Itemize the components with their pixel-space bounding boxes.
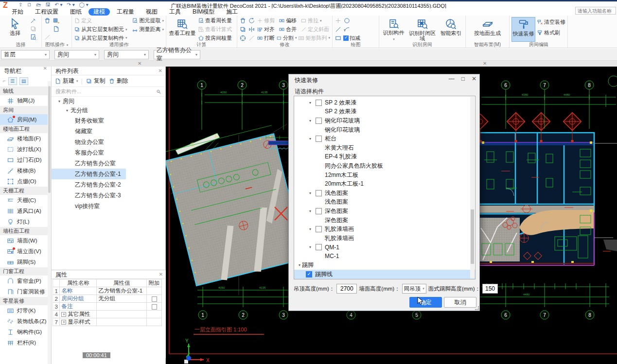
nav-item-room[interactable]: 房间(M) (0, 114, 51, 125)
ok-button[interactable]: 确定 (409, 297, 442, 308)
copy-components-from-layer-button[interactable]: 从其它层复制构件▾ (74, 35, 127, 42)
pushpull-button[interactable]: 推拉▾ (300, 17, 322, 24)
tree-child[interactable]: 乳胶漆墙画 (294, 234, 475, 243)
rotate-icon[interactable] (248, 17, 255, 24)
tree-checkbox-checked[interactable] (306, 271, 312, 277)
tree-checkbox[interactable] (316, 226, 322, 232)
point-icon[interactable] (335, 17, 342, 24)
component-item[interactable]: 乙方销售办公室-2 (52, 179, 165, 190)
line-tool-icon[interactable] (44, 34, 51, 41)
nav-item-accent[interactable]: 点缀(O) (0, 176, 51, 187)
recognize-component-button[interactable]: 识别构件▾ (381, 17, 406, 42)
new-component-button[interactable]: 新建▾ (54, 77, 78, 85)
nav-scrollbar[interactable] (48, 81, 51, 364)
tree-node-ungrouped[interactable]: ▾无分组 (52, 106, 165, 115)
minimize-icon[interactable]: — (449, 75, 455, 82)
nav-item-curtain-box[interactable]: 窗帘盒(P) (0, 276, 51, 286)
expand-icon[interactable]: + (61, 320, 66, 325)
define-button[interactable]: 定义 (74, 17, 92, 24)
list-view-icon[interactable]: ☰ (8, 77, 17, 85)
nav-item-stairs[interactable]: 楼梯(B) (0, 165, 51, 176)
component-item[interactable]: 客服办公室 (52, 147, 165, 158)
tree-child[interactable]: 20mm木工板-1 (294, 179, 475, 189)
quick-decoration-button[interactable]: 快速装修 (511, 17, 535, 42)
component-item[interactable]: 乙方销售办公室-3 (52, 190, 165, 201)
nav-item-wall-elevation[interactable]: 墙立面(V) (0, 246, 51, 257)
view-perimeter-button[interactable]: 查看周长量 (198, 17, 232, 25)
copy-elements-from-layer-button[interactable]: 从其它层复制图元▾ (74, 26, 127, 33)
function-search-input[interactable] (575, 7, 616, 15)
canvas-close-icon[interactable]: ✕ (483, 61, 487, 67)
tree-group[interactable]: ▾深色图案 (294, 207, 475, 216)
page-icon[interactable] (53, 25, 60, 33)
tree-child[interactable]: SP 2 效果漆 (294, 107, 475, 117)
skirting-height-input[interactable] (482, 284, 498, 294)
align-button[interactable]: 对齐 (257, 26, 277, 33)
tree-group[interactable]: ▾乳胶漆墙画 (294, 225, 475, 234)
resize-grip[interactable] (475, 306, 479, 310)
nav-item-railing[interactable]: 栏杆(R) (0, 337, 51, 348)
tab-construction[interactable]: 施工 (221, 8, 243, 16)
format-brush-button[interactable]: 格式刷 (537, 28, 565, 37)
nav-item-skirting[interactable]: 踢脚(S) (0, 257, 51, 267)
nav-item-ceiling[interactable]: 天棚(C) (0, 195, 51, 206)
rect-array-button[interactable]: 矩形阵列▾ (298, 35, 330, 42)
component-item[interactable]: 财务收银室 (52, 115, 165, 126)
tree-group-skirting[interactable]: ▾踢脚 (294, 261, 475, 270)
tab-modeling[interactable]: 建模 (88, 8, 110, 16)
split-button[interactable]: 分割▾ (276, 35, 297, 42)
floor-select[interactable]: 首层▾ (1, 50, 50, 59)
tab-quantities[interactable]: 工程量 (112, 8, 139, 16)
component-item[interactable]: 乙方销售办公室 (52, 158, 165, 169)
component-item[interactable]: 储藏室 (52, 126, 165, 137)
property-value[interactable]: 乙方销售办公室-1 (97, 287, 147, 295)
measure-distance-button[interactable]: 测量距离▾ (132, 26, 164, 33)
compass-icon[interactable] (239, 35, 247, 42)
paste-icon[interactable] (30, 25, 37, 33)
tab-tools[interactable]: 工具 (164, 8, 186, 16)
line-draw-icon[interactable] (335, 26, 342, 33)
view-quantity-button[interactable]: 查看工程量 (168, 17, 196, 42)
merge-button[interactable]: 合并 (279, 26, 299, 33)
nav-item-wall[interactable]: 墙面(W) (0, 235, 51, 246)
nav-item-light-band[interactable]: 灯带(K) (0, 305, 51, 316)
component-list-close-icon[interactable]: ✕ (159, 67, 162, 75)
copy-icon[interactable] (239, 26, 247, 33)
collapse-icon[interactable]: ⌐ (3, 78, 6, 84)
clear-decoration-button[interactable]: 清空装修 (537, 17, 565, 27)
tree-checkbox[interactable] (316, 100, 322, 106)
nav-item-steel[interactable]: 钢构件(G) (0, 327, 51, 337)
circle-tool-icon[interactable]: ▾ (343, 17, 351, 24)
property-value[interactable]: 无分组 (97, 295, 147, 303)
cancel-button[interactable]: 取消 (444, 297, 476, 308)
tree-child[interactable]: 同办公家具色防火胶板 (294, 161, 475, 171)
tree-group[interactable]: ▾SP 2 效果漆 (294, 98, 475, 107)
tree-checkbox[interactable] (316, 118, 322, 124)
nav-item-lamp[interactable]: 灯(L) (0, 216, 51, 227)
expand-icon[interactable]: + (61, 312, 66, 317)
dialog-scrollbar[interactable] (470, 97, 475, 278)
rect-tool-icon[interactable] (335, 35, 342, 42)
nav-item-door-window-deco[interactable]: 门窗洞装修 (0, 286, 51, 297)
smart-index-button[interactable]: 智能索引 (439, 17, 463, 42)
tree-group[interactable]: ▾柜台 (294, 134, 475, 143)
break-button[interactable]: 打断 (257, 35, 275, 42)
nav-item-door-stone[interactable]: 过门石(D) (0, 155, 51, 165)
trim-button[interactable]: 修剪 (257, 17, 277, 24)
component-item[interactable]: vip接待室 (52, 201, 165, 211)
room-select[interactable]: 乙方销售办公室▾ (154, 50, 200, 59)
tab-start[interactable]: 开始 (7, 8, 28, 16)
view-formula-button[interactable]: 查看计算式 (198, 26, 232, 34)
recognize-region-button[interactable]: 识别封闭区域 (407, 17, 437, 42)
nav-item-wave-line[interactable]: 波打线(X) (0, 144, 51, 155)
tab-bim-model[interactable]: BIM模型 (188, 8, 219, 16)
deduct-checkbox[interactable]: 扣减 (343, 35, 360, 42)
extra-checkbox[interactable] (152, 296, 157, 302)
delete-icon[interactable] (239, 17, 247, 24)
select-frame-icon[interactable] (44, 25, 51, 33)
deduct-check-icon[interactable] (343, 35, 349, 41)
nav-item-axis-grid[interactable]: 轴网(J) (0, 95, 51, 106)
copy-component-button[interactable]: 复制 (86, 77, 106, 85)
room-check-button[interactable]: 按房间核量 (198, 34, 232, 42)
generate-by-floor-button[interactable]: 按地面生成 (472, 17, 503, 42)
